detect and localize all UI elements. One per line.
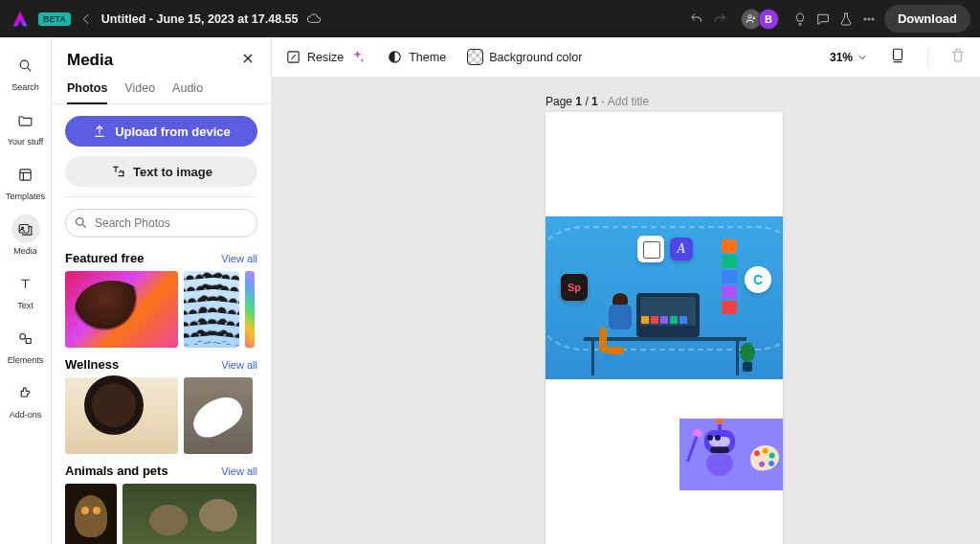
text-to-image-label: Text to image (133, 165, 212, 179)
more-icon[interactable] (861, 11, 877, 27)
theme-button[interactable]: Theme (387, 49, 446, 65)
photo-thumb[interactable] (184, 271, 239, 348)
templates-icon (11, 160, 40, 189)
app-icon-c: C (745, 266, 771, 293)
photo-thumb[interactable] (65, 271, 178, 348)
canvas-image-robot[interactable] (679, 419, 783, 490)
zoom-control[interactable]: 31% (830, 51, 868, 64)
cloud-sync-icon[interactable] (306, 11, 322, 27)
rail-label: Search (11, 82, 39, 92)
rail-label: Add-ons (10, 410, 42, 419)
panel-title: Media (67, 51, 113, 70)
section-featured-title: Featured free (65, 251, 144, 265)
rail-label: Your stuff (8, 137, 44, 147)
animals-thumbs (65, 484, 257, 544)
download-button[interactable]: Download (884, 5, 970, 33)
canvas-toolbar: Resize Theme Background color 31% (272, 37, 980, 78)
adobe-logo[interactable] (10, 9, 31, 30)
photo-thumb[interactable] (65, 377, 178, 454)
featured-thumbs (65, 271, 257, 348)
svg-rect-12 (894, 49, 902, 59)
tab-audio[interactable]: Audio (172, 76, 203, 103)
page-indicator[interactable]: Page 1 / 1 - Add title (546, 95, 649, 108)
section-animals-title: Animals and pets (65, 464, 168, 478)
rail-media[interactable]: Media (4, 211, 48, 260)
back-icon[interactable] (78, 11, 94, 27)
canvas-area[interactable]: Page 1 / 1 - Add title Sp A C (272, 78, 980, 544)
redo-icon[interactable] (712, 11, 727, 27)
svg-point-1 (864, 17, 866, 19)
rail-your-stuff[interactable]: Your stuff (4, 102, 48, 150)
rail-label: Templates (6, 192, 45, 201)
resize-label: Resize (307, 51, 344, 64)
svg-point-4 (20, 60, 29, 69)
pages-icon[interactable] (889, 47, 906, 68)
folder-icon (11, 105, 40, 134)
add-title-placeholder[interactable]: Add title (608, 95, 649, 108)
user-avatar[interactable]: B (758, 9, 779, 30)
top-bar: BETA Untitled - June 15, 2023 at 17.48.5… (0, 0, 980, 37)
upload-from-device-button[interactable]: Upload from device (65, 116, 257, 147)
rail-addons[interactable]: Add-ons (4, 374, 48, 423)
svg-point-3 (872, 17, 874, 19)
search-photos-input[interactable] (65, 209, 257, 238)
beta-badge: BETA (38, 12, 71, 26)
document-title[interactable]: Untitled - June 15, 2023 at 17.48.55 (101, 12, 299, 26)
media-tabs: Photos Video Audio (52, 76, 271, 104)
upload-label: Upload from device (115, 125, 231, 139)
left-rail: Search Your stuff Templates Media Text E… (0, 37, 52, 544)
undo-icon[interactable] (689, 11, 704, 27)
addons-icon (11, 378, 40, 407)
svg-rect-5 (20, 169, 31, 179)
tool-column (722, 239, 737, 314)
tab-photos[interactable]: Photos (67, 76, 107, 104)
comment-icon[interactable] (815, 11, 831, 27)
beaker-icon[interactable] (838, 11, 854, 27)
rail-label: Text (17, 301, 33, 310)
media-panel: Media Photos Video Audio Upload from dev… (52, 37, 272, 544)
photo-thumb[interactable] (65, 484, 117, 544)
view-all-animals[interactable]: View all (221, 465, 257, 477)
theme-label: Theme (409, 51, 446, 64)
rail-elements[interactable]: Elements (4, 320, 48, 369)
photo-thumb[interactable] (245, 271, 255, 348)
photo-thumb[interactable] (184, 377, 253, 454)
svg-point-2 (868, 17, 870, 19)
resize-button[interactable]: Resize (285, 49, 366, 65)
svg-point-9 (77, 218, 84, 226)
canvas-page[interactable]: Sp A C (546, 112, 783, 544)
app-icon-image (637, 236, 664, 262)
rail-templates[interactable]: Templates (4, 156, 48, 205)
rail-label: Elements (8, 355, 44, 365)
search-icon (74, 215, 88, 234)
rail-search[interactable]: Search (4, 47, 48, 96)
delete-icon[interactable] (949, 47, 967, 68)
canvas-image-designer[interactable]: Sp A C (546, 216, 783, 379)
section-wellness-title: Wellness (65, 357, 119, 372)
svg-rect-6 (19, 224, 29, 233)
rail-label: Media (13, 246, 37, 256)
wellness-thumbs (65, 377, 257, 454)
transparent-swatch-icon (467, 49, 483, 65)
app-icon-sp: Sp (561, 274, 588, 301)
main-area: Resize Theme Background color 31% (272, 37, 980, 544)
text-icon (11, 269, 40, 298)
search-icon (11, 51, 40, 79)
media-icon (11, 215, 40, 243)
text-to-image-button[interactable]: Text to image (65, 156, 257, 187)
share-avatars[interactable]: B (741, 9, 779, 30)
zoom-value: 31% (830, 51, 853, 64)
app-icon-a: A (670, 238, 693, 261)
view-all-featured[interactable]: View all (221, 253, 257, 264)
lightbulb-icon[interactable] (792, 11, 808, 27)
photo-thumb[interactable] (122, 484, 256, 544)
view-all-wellness[interactable]: View all (221, 359, 257, 371)
svg-point-8 (20, 333, 26, 339)
tab-video[interactable]: Video (124, 76, 155, 103)
close-panel-icon[interactable] (240, 51, 256, 70)
rail-text[interactable]: Text (4, 265, 48, 314)
background-color-button[interactable]: Background color (467, 49, 582, 65)
bgcolor-label: Background color (489, 51, 582, 64)
svg-point-0 (748, 15, 751, 18)
elements-icon (11, 324, 40, 352)
